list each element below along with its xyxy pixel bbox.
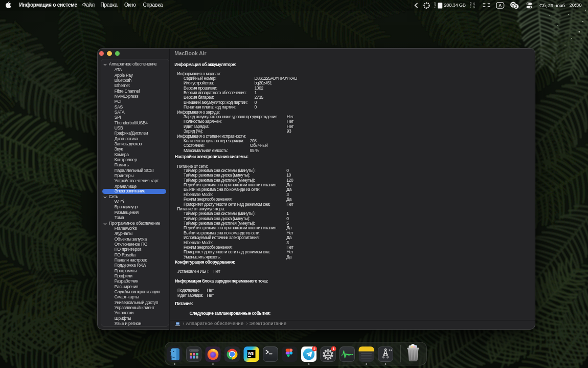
svg-text:WS: WS (248, 351, 254, 356)
svg-text:1: 1 (333, 347, 335, 351)
svg-text:0: 0 (473, 2, 475, 5)
svg-text:T: T (470, 6, 471, 9)
svg-text:0: 0 (473, 5, 475, 8)
svg-text:2: 2 (313, 347, 315, 351)
svg-text:2: 2 (515, 4, 517, 9)
svg-text:K: K (435, 6, 436, 9)
svg-text:A: A (499, 3, 502, 8)
